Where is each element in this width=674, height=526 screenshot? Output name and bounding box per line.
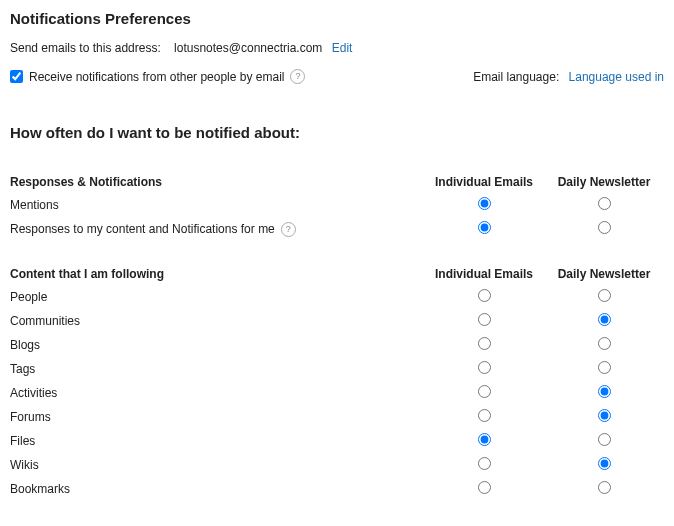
email-language-link[interactable]: Language used in — [569, 70, 664, 84]
table-row: Communities — [10, 309, 664, 333]
receive-notifications-row: Receive notifications from other people … — [10, 69, 305, 84]
row-label: Mentions — [10, 198, 59, 212]
table-row: Wikis — [10, 453, 664, 477]
radio-individual[interactable] — [478, 289, 491, 302]
radio-daily[interactable] — [598, 409, 611, 422]
row-label: Activities — [10, 386, 57, 400]
column-header-individual: Individual Emails — [424, 263, 544, 285]
email-language-label: Email language: — [473, 70, 559, 84]
radio-individual[interactable] — [478, 457, 491, 470]
radio-daily[interactable] — [598, 385, 611, 398]
group-header: Responses & Notifications — [10, 171, 424, 193]
receive-notifications-checkbox[interactable] — [10, 70, 23, 83]
receive-notifications-label[interactable]: Receive notifications from other people … — [29, 70, 284, 84]
radio-individual[interactable] — [478, 481, 491, 494]
radio-individual[interactable] — [478, 433, 491, 446]
radio-individual[interactable] — [478, 409, 491, 422]
row-label: Tags — [10, 362, 35, 376]
row-label: Bookmarks — [10, 482, 70, 496]
table-row: Bookmarks — [10, 477, 664, 501]
column-header-daily: Daily Newsletter — [544, 263, 664, 285]
table-row: Responses to my content and Notification… — [10, 217, 664, 241]
edit-email-link[interactable]: Edit — [332, 41, 353, 55]
radio-daily[interactable] — [598, 221, 611, 234]
table-row: People — [10, 285, 664, 309]
column-header-daily: Daily Newsletter — [544, 171, 664, 193]
radio-individual[interactable] — [478, 385, 491, 398]
email-address-label: Send emails to this address: — [10, 41, 161, 55]
table-row: Files — [10, 429, 664, 453]
radio-individual[interactable] — [478, 313, 491, 326]
table-row: Forums — [10, 405, 664, 429]
table-row: Blogs — [10, 333, 664, 357]
row-label: Files — [10, 434, 35, 448]
email-language-row: Email language: Language used in — [473, 70, 664, 84]
help-icon[interactable]: ? — [281, 222, 296, 237]
row-label: Communities — [10, 314, 80, 328]
radio-daily[interactable] — [598, 433, 611, 446]
page-title: Notifications Preferences — [10, 10, 664, 27]
radio-daily[interactable] — [598, 197, 611, 210]
row-label: Responses to my content and Notification… — [10, 222, 275, 236]
radio-individual[interactable] — [478, 361, 491, 374]
radio-daily[interactable] — [598, 337, 611, 350]
table-row: Tags — [10, 357, 664, 381]
row-label: Blogs — [10, 338, 40, 352]
radio-individual[interactable] — [478, 337, 491, 350]
row-label: Forums — [10, 410, 51, 424]
column-header-individual: Individual Emails — [424, 171, 544, 193]
radio-daily[interactable] — [598, 289, 611, 302]
row-label: Wikis — [10, 458, 39, 472]
table-row: Activities — [10, 381, 664, 405]
radio-daily[interactable] — [598, 481, 611, 494]
radio-daily[interactable] — [598, 457, 611, 470]
group-header: Content that I am following — [10, 263, 424, 285]
table-row: Mentions — [10, 193, 664, 217]
help-icon[interactable]: ? — [290, 69, 305, 84]
radio-daily[interactable] — [598, 361, 611, 374]
section-title: How often do I want to be notified about… — [10, 124, 664, 141]
email-address-value: lotusnotes@connectria.com — [174, 41, 322, 55]
row-label: People — [10, 290, 47, 304]
email-address-line: Send emails to this address: lotusnotes@… — [10, 41, 664, 55]
preferences-table: Responses & NotificationsIndividual Emai… — [10, 171, 664, 501]
radio-individual[interactable] — [478, 221, 491, 234]
radio-daily[interactable] — [598, 313, 611, 326]
radio-individual[interactable] — [478, 197, 491, 210]
